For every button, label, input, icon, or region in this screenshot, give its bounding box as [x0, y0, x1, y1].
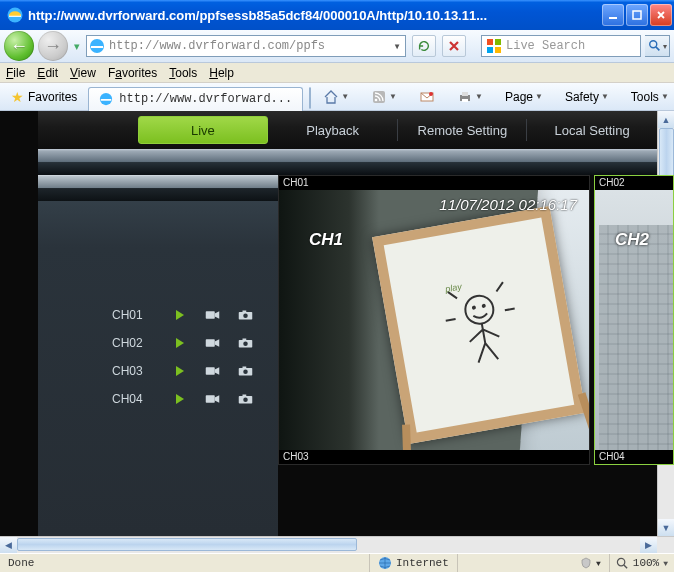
dvr-tab-playback[interactable]: Playback	[268, 111, 398, 149]
mail-button[interactable]	[415, 86, 439, 108]
svg-rect-4	[487, 39, 493, 45]
osd-timestamp: 11/07/2012 02:16:17	[439, 196, 577, 213]
menu-tools[interactable]: Tools	[169, 66, 197, 80]
stop-button[interactable]	[442, 35, 466, 57]
browser-tab[interactable]: http://www.dvrforward...	[88, 87, 303, 111]
address-bar[interactable]: http://www.dvrforward.com/ppfs ▾	[86, 35, 406, 57]
menu-edit[interactable]: Edit	[37, 66, 58, 80]
menu-help[interactable]: Help	[209, 66, 234, 80]
play-icon[interactable]	[172, 392, 187, 407]
svg-point-11	[375, 98, 378, 101]
svg-rect-10	[373, 91, 385, 103]
tab-title: http://www.dvrforward...	[119, 92, 292, 106]
cell-label: CH02	[595, 176, 673, 190]
svg-rect-30	[243, 367, 247, 369]
scroll-thumb[interactable]	[17, 538, 357, 551]
record-icon[interactable]	[205, 392, 220, 407]
new-tab-button[interactable]	[309, 87, 311, 109]
cell-label: CH04	[595, 450, 673, 464]
video-cell-ch02[interactable]: CH02 CH2 CH04	[594, 175, 674, 465]
menu-favorites[interactable]: Favorites	[108, 66, 157, 80]
window-title: http://www.dvrforward.com/ppfsessb85a5dc…	[28, 8, 602, 23]
tools-menu[interactable]: Tools▼	[627, 86, 673, 108]
menu-file[interactable]: File	[6, 66, 25, 80]
scroll-left-button[interactable]: ◀	[0, 537, 17, 553]
favorites-button[interactable]: ★Favorites	[4, 86, 84, 108]
snapshot-icon[interactable]	[238, 308, 253, 323]
video-cell-ch01[interactable]: CH01 play	[278, 175, 590, 465]
child-drawing: play	[429, 267, 535, 381]
record-icon[interactable]	[205, 308, 220, 323]
play-icon[interactable]	[172, 308, 187, 323]
channel-list: CH01 CH02 CH03 CH	[38, 175, 278, 413]
scroll-right-button[interactable]: ▶	[640, 537, 657, 553]
svg-text:play: play	[443, 281, 462, 294]
channel-row: CH01	[38, 301, 278, 329]
scroll-down-button[interactable]: ▼	[658, 519, 674, 536]
svg-rect-22	[243, 311, 247, 313]
search-placeholder: Live Search	[506, 39, 585, 53]
snapshot-icon[interactable]	[238, 364, 253, 379]
channel-name: CH01	[112, 308, 154, 322]
zoom-control[interactable]: 100% ▼	[610, 557, 674, 570]
feeds-button[interactable]: ▼	[367, 86, 401, 108]
svg-rect-7	[495, 47, 501, 53]
status-zone[interactable]: Internet	[370, 554, 458, 572]
video-grid: CH01 play	[278, 175, 657, 536]
menu-view[interactable]: View	[70, 66, 96, 80]
home-button[interactable]: ▼	[319, 86, 353, 108]
play-icon[interactable]	[172, 336, 187, 351]
maximize-button[interactable]	[626, 4, 648, 26]
snapshot-icon[interactable]	[238, 392, 253, 407]
url-text: http://www.dvrforward.com/ppfs	[109, 39, 391, 53]
dvr-tab-bar: Live Playback Remote Setting Local Setti…	[38, 111, 657, 149]
dvr-tab-live[interactable]: Live	[138, 116, 268, 144]
svg-point-21	[243, 314, 248, 319]
search-go-button[interactable]: ▾	[645, 35, 670, 57]
svg-point-8	[649, 41, 656, 48]
svg-rect-5	[495, 39, 501, 45]
channel-name: CH03	[112, 364, 154, 378]
scroll-corner	[657, 537, 674, 553]
tabs-command-bar: ★Favorites http://www.dvrforward... ▼ ▼ …	[0, 83, 674, 111]
menu-bar: File Edit View Favorites Tools Help	[0, 63, 674, 83]
forward-button[interactable]: →	[38, 31, 68, 61]
channel-name: CH04	[112, 392, 154, 406]
minimize-button[interactable]	[602, 4, 624, 26]
page-menu[interactable]: Page▼	[501, 86, 547, 108]
history-dropdown[interactable]: ▾	[72, 33, 82, 59]
svg-rect-6	[487, 47, 493, 53]
dvr-tab-local[interactable]: Local Setting	[527, 111, 657, 149]
record-icon[interactable]	[205, 364, 220, 379]
print-button[interactable]: ▼	[453, 86, 487, 108]
svg-point-33	[243, 398, 248, 403]
dvr-tab-remote[interactable]: Remote Setting	[398, 111, 528, 149]
svg-rect-16	[462, 99, 468, 102]
content-area: ▲ ▼ Live Playback Remote Setting Local S…	[0, 111, 674, 536]
star-icon: ★	[11, 89, 24, 105]
scroll-track[interactable]	[17, 537, 640, 553]
record-icon[interactable]	[205, 336, 220, 351]
status-bar: Done Internet ▼ 100% ▼	[0, 553, 674, 572]
osd-channel: CH1	[309, 230, 343, 250]
url-dropdown[interactable]: ▾	[391, 39, 403, 54]
back-button[interactable]: ←	[4, 31, 34, 61]
play-icon[interactable]	[172, 364, 187, 379]
refresh-button[interactable]	[412, 35, 436, 57]
svg-rect-2	[633, 11, 641, 19]
snapshot-icon[interactable]	[238, 336, 253, 351]
cell-label: CH01	[279, 176, 589, 190]
channel-row: CH03	[38, 357, 278, 385]
svg-point-40	[617, 558, 624, 565]
globe-icon	[378, 556, 392, 570]
safety-menu[interactable]: Safety▼	[561, 86, 613, 108]
search-box[interactable]: Live Search	[481, 35, 641, 57]
status-protected-mode[interactable]: ▼	[572, 554, 610, 572]
scroll-up-button[interactable]: ▲	[658, 111, 674, 128]
svg-point-29	[243, 370, 248, 375]
titlebar: http://www.dvrforward.com/ppfsessb85a5dc…	[0, 0, 674, 30]
video-feed: CH2	[595, 190, 673, 450]
close-button[interactable]	[650, 4, 672, 26]
video-feed: play 11/07/2012 02:16:17 CH1	[279, 190, 589, 450]
horizontal-scrollbar[interactable]: ◀ ▶	[0, 536, 674, 553]
